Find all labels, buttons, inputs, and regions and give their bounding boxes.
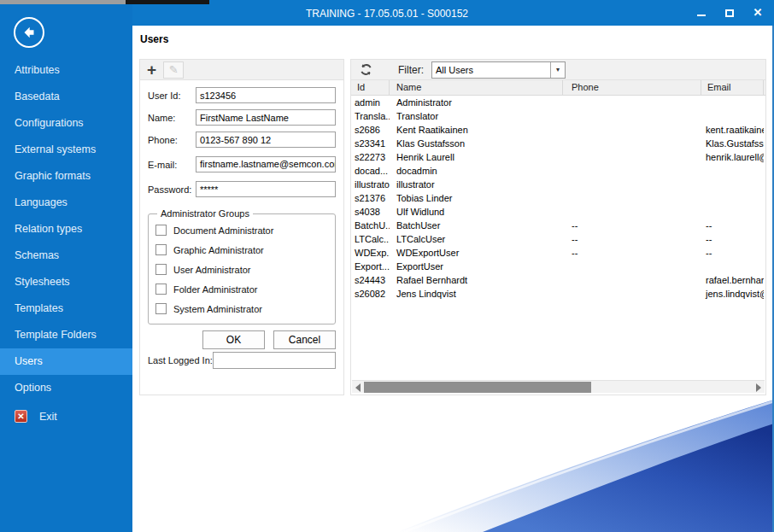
checkbox-row-document-administrator[interactable]: Document Administrator [154, 220, 330, 240]
table-row[interactable]: s21376Tobias Linder [351, 191, 765, 205]
table-row[interactable]: illustratorillustrator [351, 178, 765, 191]
sidebar-item-languages[interactable]: Languages [0, 190, 132, 216]
maximize-button[interactable] [724, 7, 736, 19]
chevron-down-icon: ▾ [550, 62, 565, 78]
document-administrator-checkbox[interactable] [155, 225, 167, 236]
filter-dropdown[interactable]: All Users ▾ [431, 61, 566, 79]
table-row[interactable]: s4038Ulf Widlund [351, 205, 765, 219]
sidebar-item-attributes[interactable]: Attributes [0, 57, 132, 84]
table-row[interactable]: s23341Klas GustafssonKlas.Gustafsso [351, 137, 765, 150]
cell-name: WDExportUser [390, 246, 563, 260]
scroll-right-icon[interactable] [756, 383, 761, 392]
cell-email: henrik.laurell@ [701, 150, 764, 164]
graphic-administrator-checkbox[interactable] [155, 244, 167, 255]
checkbox-row-user-administrator[interactable]: User Administrator [154, 260, 330, 279]
table-row[interactable]: s2686Kent Raatikainenkent.raatikaine [351, 123, 765, 137]
table-row[interactable]: s22273Henrik Laurellhenrik.laurell@ [351, 150, 765, 164]
sidebar-item-external-systems[interactable]: External systems [0, 137, 132, 163]
desktop-strip-black [126, 0, 209, 4]
cell-id: Export... [351, 260, 390, 273]
add-user-button[interactable]: + [147, 61, 156, 79]
checkbox-row-graphic-administrator[interactable]: Graphic Administrator [154, 240, 330, 260]
user-administrator-checkbox[interactable] [155, 264, 167, 275]
table-row[interactable]: BatchU...BatchUser---- [351, 219, 765, 232]
table-row[interactable]: s26082Jens Lindqvistjens.lindqvist@ [351, 287, 765, 301]
user-form: User Id:Name:Phone:E-mail:firstname.last… [140, 80, 343, 369]
horizontal-scrollbar[interactable] [352, 380, 765, 393]
cell-id: admin [351, 96, 390, 109]
table-row[interactable]: WDExp...WDExportUser---- [351, 246, 765, 260]
table-row[interactable]: adminAdministrator [351, 96, 765, 109]
table-row[interactable]: Transla...Translator [351, 109, 765, 123]
column-header-id[interactable]: Id [351, 80, 390, 95]
cell-id: LTCalc... [351, 232, 390, 246]
cell-email [701, 191, 764, 205]
scroll-left-icon[interactable] [355, 383, 361, 392]
form-field-row-user-id: User Id: [148, 87, 336, 103]
sidebar-item-basedata[interactable]: Basedata [0, 84, 132, 110]
table-row[interactable]: Export...ExportUser [351, 260, 765, 273]
checkbox-row-system-administrator[interactable]: System Administrator [154, 299, 330, 319]
cell-name: ExportUser [390, 260, 563, 273]
table-header: IdNamePhoneEmail [351, 80, 765, 96]
minimize-button[interactable] [695, 7, 707, 19]
cell-name: docadmin [390, 164, 563, 178]
sidebar-item-configurations[interactable]: Configurations [0, 110, 132, 137]
sidebar-item-users[interactable]: Users [0, 348, 132, 375]
sidebar-item-schemas[interactable]: Schemas [0, 243, 132, 269]
ok-button[interactable]: OK [202, 330, 265, 349]
cell-phone: -- [563, 232, 701, 246]
sidebar-item-graphic-formats[interactable]: Graphic formats [0, 163, 132, 190]
name-field[interactable] [196, 109, 336, 126]
cell-phone [563, 109, 701, 123]
folder-administrator-checkbox[interactable] [155, 284, 167, 295]
column-header-name[interactable]: Name [390, 80, 563, 95]
sidebar-nav: AttributesBasedataConfigurationsExternal… [0, 57, 132, 401]
cell-id: BatchU... [351, 219, 390, 232]
email-field[interactable]: firstname.lastname@semcon.com [196, 156, 336, 172]
scrollbar-thumb[interactable] [364, 382, 591, 393]
user-detail-panel: + ✎ User Id:Name:Phone:E-mail:firstname.… [139, 59, 344, 395]
cell-name: Administrator [390, 96, 563, 109]
cell-id: s4038 [351, 205, 390, 219]
email-value: firstname.lastname@semcon.com [200, 159, 336, 169]
sidebar-item-relation-types[interactable]: Relation types [0, 216, 132, 243]
user-id-field[interactable] [196, 87, 336, 103]
email-label: E-mail: [148, 160, 196, 170]
header-filler [764, 80, 765, 95]
sidebar-item-exit[interactable]: ✕ Exit [15, 410, 57, 423]
system-administrator-label: System Administrator [173, 304, 262, 314]
cell-name: BatchUser [390, 219, 563, 232]
column-header-phone[interactable]: Phone [563, 80, 701, 95]
column-header-email[interactable]: Email [701, 80, 764, 95]
table-row[interactable]: s24443Rafael Bernhardtrafael.bernhard [351, 273, 765, 287]
sidebar-item-template-folders[interactable]: Template Folders [0, 322, 132, 348]
main-area: Users + ✎ User Id:Name:Phone:E-mail:firs… [132, 26, 774, 532]
cancel-button[interactable]: Cancel [273, 330, 336, 349]
phone-field[interactable] [196, 132, 336, 148]
table-row[interactable]: LTCalc...LTCalcUser---- [351, 232, 765, 246]
cell-id: WDExp... [351, 246, 390, 260]
password-field[interactable] [196, 181, 336, 197]
refresh-button[interactable] [360, 63, 372, 76]
sidebar-item-templates[interactable]: Templates [0, 295, 132, 322]
form-field-row-phone: Phone: [148, 132, 336, 148]
cell-id: Transla... [351, 109, 390, 123]
sidebar-item-stylesheets[interactable]: Stylesheets [0, 269, 132, 295]
back-arrow-icon [20, 23, 38, 42]
close-button[interactable]: ✕ [752, 7, 764, 19]
system-administrator-checkbox[interactable] [155, 303, 167, 314]
checkbox-row-folder-administrator[interactable]: Folder Administrator [154, 279, 330, 299]
last-logged-in-field[interactable] [213, 352, 336, 369]
cell-email: -- [701, 232, 764, 246]
filter-label: Filter: [398, 64, 424, 76]
cell-email [701, 96, 764, 109]
table-row[interactable]: docad...docadmin [351, 164, 765, 178]
table-body: adminAdministratorTransla...Translators2… [351, 96, 765, 301]
sidebar-item-options[interactable]: Options [0, 375, 132, 401]
cell-id: s2686 [351, 123, 390, 137]
cell-id: s23341 [351, 137, 390, 150]
desktop-strip-gray [0, 0, 126, 4]
back-button[interactable] [14, 17, 44, 48]
edit-user-button[interactable]: ✎ [163, 61, 184, 79]
